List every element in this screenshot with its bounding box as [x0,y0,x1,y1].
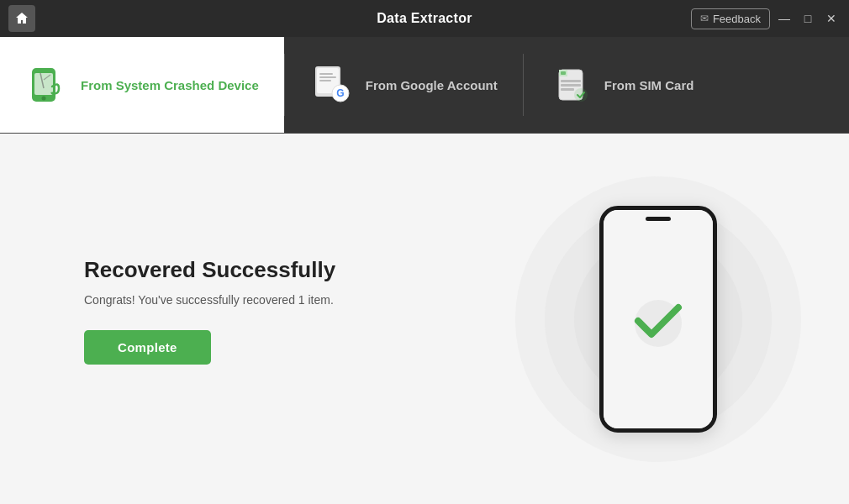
app-title: Data Extractor [377,11,472,26]
success-title: Recovered Successfully [84,257,335,283]
tab-crashed-device[interactable]: From System Crashed Device [0,37,284,133]
titlebar-left [8,5,35,32]
minimize-button[interactable]: — [775,9,794,28]
mail-icon: ✉ [700,13,709,24]
svg-point-19 [574,88,588,102]
svg-rect-17 [561,84,581,87]
sim-card-icon [549,63,593,107]
svg-text:G: G [336,87,344,99]
svg-rect-10 [319,80,331,81]
tab-google-label: From Google Account [366,78,498,92]
svg-rect-8 [319,73,333,75]
complete-button[interactable]: Complete [84,330,211,365]
home-button[interactable] [8,5,35,32]
svg-rect-16 [561,80,581,82]
svg-rect-1 [34,73,53,95]
maximize-button[interactable]: □ [799,9,817,28]
main-content: Recovered Successfully Congrats! You've … [0,134,849,504]
feedback-button[interactable]: ✉ Feedback [691,8,770,29]
close-button[interactable]: ✕ [822,9,841,28]
svg-rect-18 [561,88,574,91]
checkmark-icon [625,286,692,353]
svg-rect-15 [561,71,566,75]
tab-google-account[interactable]: G From Google Account [285,37,523,133]
success-section: Recovered Successfully Congrats! You've … [0,257,467,381]
tab-crashed-label: From System Crashed Device [81,78,259,92]
phone-mockup [599,206,717,433]
titlebar-controls: ✉ Feedback — □ ✕ [691,8,841,29]
phone-screen [604,210,713,428]
google-account-icon: G [310,63,354,107]
phone-graphic-section [467,176,849,462]
crashed-device-icon [25,63,69,107]
feedback-label: Feedback [713,13,761,25]
success-description: Congrats! You've successfully recovered … [84,293,334,307]
tab-sim-label: From SIM Card [604,78,694,92]
phone-notch [646,217,671,221]
svg-point-4 [42,97,46,101]
circles-container [515,176,801,462]
titlebar: Data Extractor ✉ Feedback — □ ✕ [0,0,849,37]
tab-sim-card[interactable]: From SIM Card [524,37,759,133]
tabbar: From System Crashed Device G From Google… [0,37,849,134]
svg-rect-9 [319,76,336,78]
